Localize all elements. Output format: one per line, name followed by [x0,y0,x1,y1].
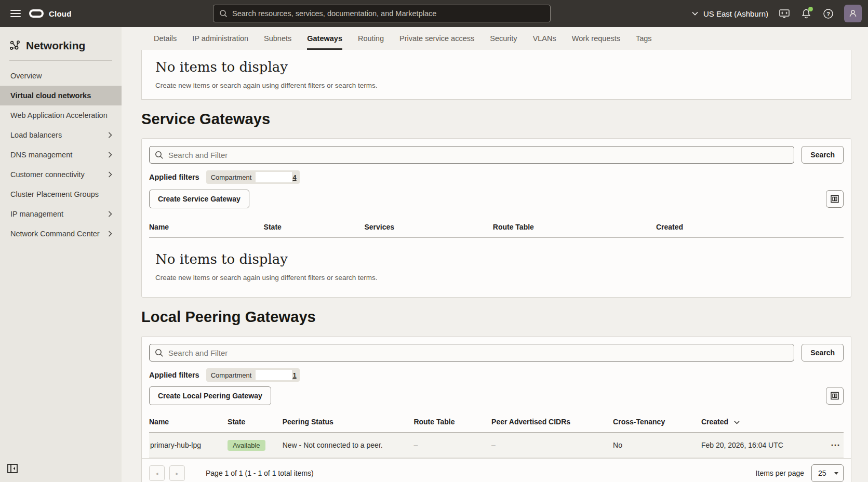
tab-gateways[interactable]: Gateways [307,34,342,50]
previous-page-button[interactable]: ◂ [149,465,165,481]
tab-details[interactable]: Details [154,34,177,50]
sg-col-state: State [264,221,365,238]
lpg-search-box[interactable] [149,344,794,362]
sg-search-box[interactable] [149,146,794,164]
tab-tags[interactable]: Tags [636,34,652,50]
sidebar-item-ip-management[interactable]: IP management [0,204,122,224]
table-row[interactable]: primary-hub-lpg Available New - Not conn… [149,433,844,458]
sg-applied-filters-label: Applied filters [149,173,199,181]
columns-icon [830,194,839,204]
status-badge: Available [228,440,265,451]
next-page-button[interactable]: ▸ [169,465,185,481]
sidebar-item-web-application-acceleration[interactable]: Web Application Acceleration [0,105,122,125]
oracle-logo-icon[interactable] [29,9,44,18]
networking-icon [9,40,21,51]
lpg-col-created[interactable]: Created [701,416,815,433]
items-per-page-label: Items per page [756,469,804,477]
compartment-name-redacted [256,172,292,182]
lpg-search-input[interactable] [168,349,789,357]
items-per-page-select[interactable]: 25 [811,464,844,482]
chevron-right-icon [108,152,112,158]
sidebar-title: Networking [26,39,85,52]
sg-manage-columns-button[interactable] [826,190,844,208]
lpg-compartment-filter-chip[interactable]: Compartment 1 [206,368,300,382]
tab-subnets[interactable]: Subnets [264,34,291,50]
brand-name: Cloud [49,9,72,18]
local-peering-gateways-card: Search Applied filters Compartment 1 Cre… [141,336,851,482]
tab-security[interactable]: Security [490,34,517,50]
search-icon [219,9,228,18]
notifications-bell-icon[interactable] [800,8,812,19]
tab-vlans[interactable]: VLANs [533,34,556,50]
cloud-shell-icon[interactable] [779,8,790,19]
help-icon[interactable]: ? [822,8,834,19]
tab-work-requests[interactable]: Work requests [572,34,620,50]
create-service-gateway-button[interactable]: Create Service Gateway [149,190,249,208]
person-icon [848,9,858,18]
sidebar-item-dns-management[interactable]: DNS management [0,145,122,165]
empty-state-card: No items to display Create new items or … [141,50,851,100]
search-icon [155,349,164,357]
topbar: Cloud US East (Ashburn) ? [0,0,868,27]
pagination-text: Page 1 of 1 (1 - 1 of 1 total items) [206,469,314,477]
lpg-row-state: Available [228,433,283,458]
chevron-right-icon [108,231,112,237]
sidebar-item-customer-connectivity[interactable]: Customer connectivity [0,165,122,184]
lpg-col-route-table: Route Table [413,416,491,433]
chevron-right-icon [108,171,112,178]
lpg-row-cross-tenancy: No [613,433,701,458]
user-avatar[interactable] [844,5,862,22]
lpg-row-peer-advertised-cidrs: – [491,433,613,458]
lpg-applied-filters-label: Applied filters [149,371,199,379]
sg-search-input[interactable] [168,151,789,159]
sg-empty-subtitle: Create new items or search again using d… [155,274,837,282]
region-label: US East (Ashburn) [703,9,768,18]
sg-empty-title: No items to display [155,251,837,267]
divider [9,60,112,61]
sidebar-item-network-command-center[interactable]: Network Command Center [0,224,122,244]
lpg-row-name: primary-hub-lpg [149,433,228,458]
lpg-col-state: State [228,416,283,433]
global-search-input[interactable] [232,9,545,18]
menu-icon[interactable] [10,10,21,17]
caret-down-icon [834,472,838,475]
lpg-row-created: Feb 20, 2026, 16:04 UTC [701,433,815,458]
sidebar: Networking Overview Virtual cloud networ… [0,27,122,482]
sg-empty-state: No items to display Create new items or … [149,238,844,297]
search-icon [155,151,164,159]
svg-text:?: ? [826,10,830,17]
sidebar-item-overview[interactable]: Overview [0,66,122,86]
compartment-name-redacted [256,370,292,380]
tab-private-service-access[interactable]: Private service access [399,34,474,50]
tab-routing[interactable]: Routing [358,34,384,50]
row-actions-button[interactable]: ⋯ [815,433,844,458]
lpg-search-button[interactable]: Search [802,344,844,362]
sg-compartment-filter-chip[interactable]: Compartment 4 [206,170,300,184]
sg-col-services: Services [364,221,492,238]
sidebar-item-cluster-placement-groups[interactable]: Cluster Placement Groups [0,184,122,204]
sg-col-created: Created [656,221,844,238]
lpg-col-cross-tenancy: Cross-Tenancy [613,416,701,433]
local-peering-gateways-heading: Local Peering Gateways [141,309,851,326]
empty-state-subtitle: Create new items or search again using d… [155,82,837,89]
service-gateways-card: Search Applied filters Compartment 4 Cre… [141,138,851,298]
notification-dot [808,7,813,11]
collapse-sidebar-icon[interactable] [6,462,19,477]
lpg-col-name: Name [149,416,228,433]
sg-col-name: Name [149,221,264,238]
columns-icon [830,391,839,400]
region-selector[interactable]: US East (Ashburn) [692,9,768,18]
lpg-col-peering-status: Peering Status [283,416,414,433]
lpg-row-peering-status: New - Not connected to a peer. [283,433,414,458]
tab-ip-administration[interactable]: IP administration [192,34,248,50]
sidebar-item-virtual-cloud-networks[interactable]: Virtual cloud networks [0,86,122,105]
sidebar-item-load-balancers[interactable]: Load balancers [0,125,122,145]
lpg-row-route-table: – [413,433,491,458]
sg-search-button[interactable]: Search [802,146,844,164]
local-peering-gateways-table: Name State Peering Status Route Table Pe… [149,416,844,458]
global-search-bar[interactable] [213,5,551,22]
create-local-peering-gateway-button[interactable]: Create Local Peering Gateway [149,386,271,405]
lpg-manage-columns-button[interactable] [826,387,844,405]
chevron-down-icon [692,11,698,16]
service-gateways-table: Name State Services Route Table Created [149,221,844,238]
